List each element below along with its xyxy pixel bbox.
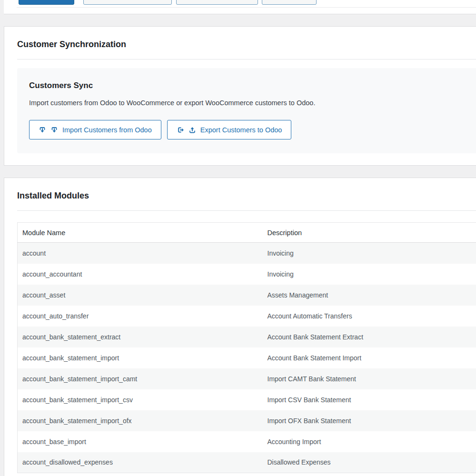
export-button-label: Export Customers to Odoo (200, 126, 282, 134)
table-row: accountInvoicing (18, 243, 476, 264)
module-description-cell: Invoicing (268, 243, 476, 264)
module-name-cell: account_bank_statement_extract (18, 327, 268, 347)
module-description-cell: Account Automatic Transfers (268, 306, 476, 327)
section-title: Installed Modules (17, 189, 476, 210)
customers-sync-card: Customers Sync Import customers from Odo… (17, 68, 476, 153)
module-description-cell: Import CSV Bank Statement (268, 389, 476, 410)
tab-1[interactable] (19, 0, 74, 5)
export-right-icon (177, 126, 184, 134)
module-description-cell: Account Bank Statement Extract (268, 327, 476, 347)
module-name-cell: account_bank_statement_import_camt (18, 368, 268, 389)
table-row: account_bank_statement_importAccount Ban… (18, 347, 476, 368)
sync-buttons-row: Import Customers from Odoo Export Custom… (29, 120, 476, 139)
module-name-cell: account_accountant (18, 264, 268, 285)
table-header-row: Module Name Description (18, 223, 476, 243)
module-description-cell: Import OFX Bank Statement (268, 410, 476, 431)
module-name-cell: account_asset (18, 285, 268, 306)
module-description-cell: Invoicing (268, 264, 476, 285)
module-description-cell: Import CAMT Bank Statement (268, 368, 476, 389)
upload-icon (188, 126, 196, 134)
module-description-cell: Account Bank Statement Import (268, 347, 476, 368)
table-row: account_auto_transferAccount Automatic T… (18, 306, 476, 327)
tabs-underline (17, 7, 476, 8)
module-name-column-header: Module Name (18, 223, 268, 243)
module-name-cell: account_auto_transfer (18, 306, 268, 327)
import-customers-button[interactable]: Import Customers from Odoo (29, 120, 161, 139)
description-column-header: Description (268, 223, 476, 243)
import-down-icon (39, 126, 46, 134)
installed-modules-section: Installed Modules Module Name Descriptio… (4, 178, 476, 476)
module-name-cell: account_bank_statement_import (18, 347, 268, 368)
tab-2[interactable] (83, 0, 172, 5)
tab-3[interactable] (176, 0, 258, 5)
table-row: account_assetAssets Management (18, 285, 476, 306)
section-divider (17, 59, 476, 60)
module-name-cell: account_bank_statement_import_csv (18, 389, 268, 410)
module-name-cell: account_bank_statement_import_ofx (18, 410, 268, 431)
installed-modules-table: Module Name Description accountInvoicing… (17, 222, 476, 473)
table-row: account_accountantInvoicing (18, 264, 476, 285)
card-description: Import customers from Odoo to WooCommerc… (29, 98, 476, 108)
import-button-label: Import Customers from Odoo (62, 126, 152, 134)
module-name-cell: account_base_import (18, 431, 268, 452)
table-row: account_bank_statement_import_csvImport … (18, 389, 476, 410)
tab-4[interactable] (262, 0, 317, 5)
import-down-icon (50, 126, 58, 134)
section-divider (17, 210, 476, 211)
tab-group (19, 0, 317, 5)
module-description-cell: Disallowed Expenses (268, 452, 476, 473)
module-name-cell: account (18, 243, 268, 264)
table-row: account_bank_statement_extractAccount Ba… (18, 327, 476, 347)
export-customers-button[interactable]: Export Customers to Odoo (167, 120, 292, 139)
table-row: account_disallowed_expensesDisallowed Ex… (18, 452, 476, 473)
table-row: account_base_importAccounting Import (18, 431, 476, 452)
tabs-bar (4, 0, 476, 14)
card-title: Customers Sync (29, 80, 476, 91)
customer-synchronization-section: Customer Synchronization Customers Sync … (4, 26, 476, 166)
module-description-cell: Assets Management (268, 285, 476, 306)
section-title: Customer Synchronization (17, 38, 476, 59)
module-name-cell: account_disallowed_expenses (18, 452, 268, 473)
table-row: account_bank_statement_import_camtImport… (18, 368, 476, 389)
table-row: account_bank_statement_import_ofxImport … (18, 410, 476, 431)
module-description-cell: Accounting Import (268, 431, 476, 452)
